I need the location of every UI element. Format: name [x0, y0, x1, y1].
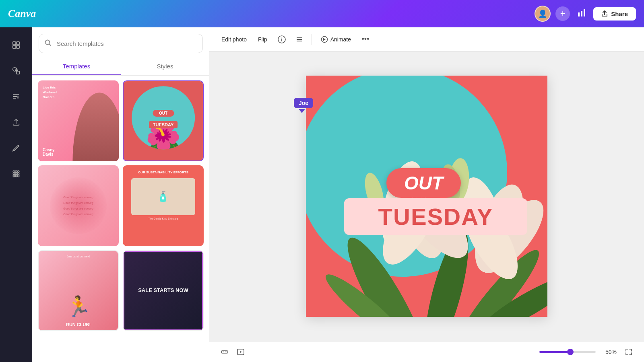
- template-card-1[interactable]: Live this Weekend Nov 6th Casey Davis: [38, 80, 119, 161]
- edit-photo-button[interactable]: Edit photo: [217, 34, 251, 45]
- header: Canva 👤 + Share: [0, 0, 644, 27]
- template-card-4[interactable]: OUR SUSTAINABILITY EFFORTS 🧴 The Gentle …: [123, 165, 204, 246]
- svg-point-11: [17, 171, 19, 173]
- zoom-slider-fill: [539, 351, 570, 353]
- card3-text: Good things are comingGood things are co…: [59, 195, 97, 217]
- search-bar-wrap: [39, 34, 203, 53]
- card1-photo: [70, 93, 119, 161]
- timeline-button[interactable]: [217, 345, 232, 359]
- card1-lastname: Davis: [43, 152, 54, 156]
- svg-rect-6: [17, 45, 19, 48]
- svg-rect-23: [297, 41, 302, 41]
- svg-rect-49: [223, 352, 224, 352]
- zoom-controls: [539, 351, 596, 353]
- toolbar-divider: [312, 34, 312, 45]
- svg-point-10: [15, 171, 17, 173]
- sidebar-icons: [0, 27, 32, 362]
- svg-rect-8: [17, 71, 19, 74]
- sidebar-item-templates[interactable]: [5, 34, 27, 56]
- svg-rect-2: [584, 9, 585, 16]
- flip-button[interactable]: Flip: [254, 34, 271, 45]
- svg-point-17: [17, 175, 19, 177]
- more-button[interactable]: •••: [358, 32, 373, 47]
- svg-point-14: [17, 173, 19, 175]
- sidebar-item-text[interactable]: [5, 85, 27, 108]
- svg-rect-1: [581, 11, 582, 16]
- toolbar: Edit photo Flip Animate: [209, 27, 644, 51]
- svg-rect-0: [578, 12, 580, 16]
- svg-rect-5: [13, 45, 16, 48]
- templates-grid: Live this Weekend Nov 6th Casey Davis 🌺: [32, 80, 209, 331]
- svg-rect-4: [17, 42, 19, 45]
- logo[interactable]: Canva: [8, 8, 36, 20]
- flip-label: Flip: [258, 36, 267, 43]
- template-card-6[interactable]: SALE STARTS NOW: [123, 250, 204, 331]
- bottom-left: [217, 345, 248, 359]
- sidebar-item-apps[interactable]: [5, 162, 27, 185]
- preview-button[interactable]: [233, 345, 248, 359]
- svg-rect-22: [297, 39, 302, 40]
- share-button[interactable]: Share: [593, 7, 636, 21]
- info-button[interactable]: [275, 32, 289, 47]
- cursor-label: Joe: [294, 98, 313, 108]
- edit-photo-label: Edit photo: [221, 36, 247, 43]
- svg-point-16: [15, 175, 17, 177]
- card2-out: OUT: [153, 110, 174, 117]
- card2-tuesday: TUESDAY: [149, 121, 178, 128]
- card5-top-text: Join us at our next: [39, 255, 118, 258]
- avatar[interactable]: 👤: [535, 6, 551, 22]
- animate-label: Animate: [330, 36, 351, 43]
- sidebar-item-elements[interactable]: [5, 60, 27, 82]
- stats-button[interactable]: [575, 6, 588, 22]
- svg-point-15: [13, 175, 15, 177]
- sidebar-item-uploads[interactable]: [5, 111, 27, 134]
- card5-runner: 🏃: [66, 295, 91, 318]
- card1-date: Nov 6th: [43, 95, 57, 100]
- canvas-out-text: OUT: [386, 168, 461, 198]
- bottom-right: 50%: [539, 345, 636, 359]
- svg-point-20: [281, 37, 282, 38]
- canvas-tuesday-text: TUESDAY: [344, 198, 527, 235]
- card1-event: Live this: [43, 85, 57, 90]
- tab-templates[interactable]: Templates: [32, 58, 121, 75]
- share-label: Share: [611, 10, 628, 17]
- svg-point-13: [15, 173, 17, 175]
- more-icon: •••: [362, 35, 369, 43]
- search-bar-container: [32, 27, 209, 56]
- cursor-arrow: [299, 109, 305, 113]
- card5-run-text: RUN CLUB!: [39, 322, 118, 327]
- lines-button[interactable]: [292, 32, 307, 47]
- svg-point-9: [13, 171, 15, 173]
- svg-rect-50: [225, 352, 227, 352]
- add-button[interactable]: +: [555, 6, 570, 21]
- fullscreen-button[interactable]: [621, 345, 636, 359]
- zoom-thumb[interactable]: [567, 349, 574, 355]
- tabs-row: Templates Styles: [32, 58, 209, 76]
- bottom-bar: 50%: [209, 341, 644, 362]
- zoom-slider[interactable]: [539, 351, 596, 353]
- card4-subtitle: The Gentle Kind Skincare: [148, 217, 178, 220]
- svg-rect-3: [13, 42, 16, 45]
- canvas-area: Joe: [209, 51, 644, 341]
- canvas-wrapper: Joe: [306, 76, 547, 317]
- user-cursor: Joe: [294, 98, 313, 113]
- zoom-percent: 50%: [601, 349, 617, 355]
- main-area: Edit photo Flip Animate: [209, 27, 644, 362]
- tab-styles[interactable]: Styles: [121, 58, 209, 75]
- card1-name: Casey: [43, 148, 54, 152]
- card4-title: OUR SUSTAINABILITY EFFORTS: [138, 170, 188, 175]
- template-card-2[interactable]: 🌺 OUT TUESDAY: [123, 80, 204, 161]
- svg-rect-21: [297, 37, 302, 38]
- card4-image: 🧴: [131, 178, 195, 215]
- template-card-3[interactable]: Good things are comingGood things are co…: [38, 165, 119, 246]
- header-right: 👤 + Share: [535, 6, 636, 22]
- canvas-main[interactable]: OUT TUESDAY: [306, 76, 547, 317]
- template-card-5[interactable]: 🏃 Join us at our next RUN CLUB!: [38, 250, 119, 331]
- animate-button[interactable]: Animate: [317, 33, 355, 45]
- svg-point-12: [13, 173, 15, 175]
- templates-panel: Templates Styles Live this Weekend Nov 6…: [32, 27, 209, 362]
- sidebar-item-draw[interactable]: [5, 137, 27, 159]
- search-input[interactable]: [39, 34, 203, 53]
- card2-circle: 🌺: [132, 86, 195, 150]
- card1-weekend: Weekend: [43, 90, 57, 95]
